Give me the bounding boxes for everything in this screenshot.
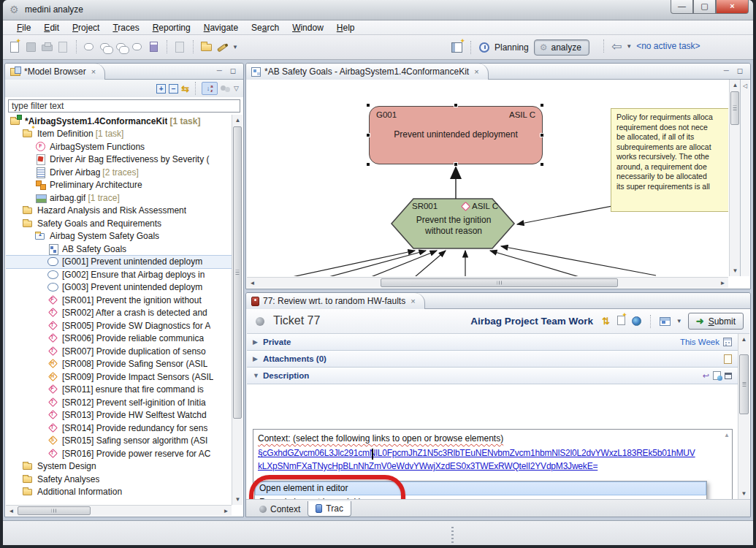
close-button[interactable]: × [716,0,749,14]
scroll-right-icon[interactable]: ► [221,506,232,517]
planning-perspective-label[interactable]: Planning [495,42,529,53]
tree-item[interactable]: Safety Goals and Requirements [6,217,232,230]
menu-item-traces[interactable]: Traces [106,23,145,33]
review-icon[interactable] [131,41,144,53]
chevron-down-icon[interactable]: ▼ [676,318,682,324]
new-page-icon[interactable] [616,315,626,327]
canvas-horizontal-scrollbar[interactable]: ◄ ► [247,277,728,288]
scrollbar-thumb[interactable] [233,126,242,419]
selection-handle[interactable] [454,162,458,167]
goal-node-g001[interactable]: G001 ASIL C Prevent unintended deploymen… [369,106,543,164]
tree-item[interactable]: [G001] Prevent unintended deploym [6,256,232,269]
attachment-page-icon[interactable] [724,354,732,364]
scroll-right-icon[interactable]: ► [717,278,728,289]
tree-item[interactable]: T[SR013] Provide HW Selftest Watchd [6,409,232,422]
tab-trac[interactable]: Trac [308,501,351,517]
tree-item[interactable]: Preliminary Architecture [6,179,232,192]
tab-context[interactable]: Context [252,501,308,517]
menu-item-navigate[interactable]: Navigate [197,23,245,33]
comment-icon[interactable] [83,41,96,53]
tree-item[interactable]: AB Safety Goals [6,243,232,256]
tree-item[interactable]: Driver Airbag [2 traces] [6,166,232,179]
collapsed-arrow-icon[interactable]: ▶ [253,355,263,362]
revert-icon[interactable]: ↩ [703,371,709,381]
scroll-up-icon[interactable]: ▲ [730,80,741,91]
selection-handle[interactable] [540,103,544,107]
tree-item[interactable]: Safety Analyses [6,473,232,486]
this-week-link[interactable]: This Week [680,338,719,346]
save-icon[interactable] [25,41,37,53]
scrollbar-thumb[interactable] [18,506,91,515]
submit-button[interactable]: ➜ Submit [688,313,744,330]
description-editor[interactable]: Context: (select the following links to … [253,429,733,499]
selection-handle[interactable] [366,133,370,137]
active-task-label[interactable]: <no active task> [636,41,700,51]
menu-item-edit[interactable]: Edit [37,23,66,33]
scroll-up-icon[interactable]: ▲ [232,115,243,126]
tree-item[interactable]: T[SR005] Provide SW Diagnostics for A [6,319,232,332]
menu-item-search[interactable]: Search [245,23,286,33]
canvas-vertical-scrollbar[interactable]: ▲ ▼ [729,80,740,276]
tab-model-browser[interactable]: *Model Browser × [5,64,105,80]
tree-item[interactable]: F[SR001] Prevent the ignition without [6,294,232,307]
section-description[interactable]: ▼ Description ↩ [247,368,738,384]
selection-handle[interactable] [366,103,370,107]
scrollbar-thumb[interactable] [739,354,749,414]
menu-item-project[interactable]: Project [66,23,106,33]
tree-item[interactable]: Additional Information [6,486,232,499]
selection-handle[interactable] [454,103,458,107]
analyze-perspective-button[interactable]: ⚙ analyze [534,39,589,56]
report-icon[interactable] [57,41,69,53]
context-menu-item[interactable]: Open element in editor [255,482,706,495]
scroll-left-icon[interactable]: ◄ [6,506,17,517]
menu-item-window[interactable]: Window [286,23,330,33]
chevron-down-icon[interactable]: ▼ [232,44,238,50]
element-link-line2[interactable]: kLXpSNmFXaTNycHpBLnNhZmV0eWdvYWwjXzdES0x… [258,461,597,471]
tree-item[interactable]: [G002] Ensure that Airbag deploys in [6,268,232,281]
scrollbar-thumb[interactable] [730,91,739,125]
scrollbar-thumb[interactable] [381,278,618,287]
collapsed-arrow-icon[interactable]: ▶ [253,338,263,346]
menu-item-file[interactable]: File [10,23,37,33]
highlighter-icon[interactable] [216,41,229,53]
tree-item[interactable]: Item Definition [1 task] [6,128,232,141]
menu-item-reporting[interactable]: Reporting [146,23,197,33]
tree-item[interactable]: Driver Air Bag Effectiveness by Severity… [6,153,232,167]
selection-handle[interactable] [540,162,544,167]
view-menu-icon[interactable]: ▽ [234,85,239,92]
scroll-down-icon[interactable]: ▼ [738,488,749,499]
sort-az-icon[interactable]: ↓az [202,82,218,95]
scroll-up-icon[interactable]: ▲ [724,432,730,438]
context-menu-item[interactable]: Reveal element in model browser [255,495,706,499]
view-minimize-maximize[interactable]: ─ ◻ [724,66,746,75]
view-minimize-maximize[interactable]: ─ ◻ [217,66,239,75]
chevron-down-icon[interactable]: ▼ [626,43,632,50]
checklist-icon[interactable] [174,41,186,53]
tree-item[interactable]: T[SR002] After a crash is detected and [6,307,232,320]
open-folder-icon[interactable] [200,41,213,53]
maximize-section-icon[interactable] [725,373,732,379]
table-view-icon[interactable] [660,317,671,326]
scroll-down-icon[interactable]: ▼ [232,494,243,505]
print-icon[interactable] [41,41,53,53]
tree-vertical-scrollbar[interactable]: ▲ ▼ [232,115,243,505]
tree-item[interactable]: [G003] Prevent unintended deploym [6,281,232,294]
selection-handle[interactable] [540,133,544,137]
browser-preview-icon[interactable] [713,371,721,380]
section-private[interactable]: ▶ Private This Week [247,334,738,351]
tree-item[interactable]: T[SR016] Provide power reserve for AC [6,447,232,460]
tree-item[interactable]: T[SR007] Provide duplication of senso [6,345,232,358]
comments-icon[interactable] [99,41,112,53]
chat-icon[interactable] [115,41,128,53]
tree-item[interactable]: *AirbagSystem1.4ConformanceKit [1 task] [6,115,232,128]
expanded-arrow-icon[interactable]: ▼ [253,372,263,379]
menu-item-help[interactable]: Help [330,23,362,33]
tree-horizontal-scrollbar[interactable]: ◄ ► [6,505,232,516]
tree-item[interactable]: Hazard Analysis and Risk Assessment [6,205,232,218]
close-icon[interactable]: × [474,67,478,76]
minimize-button[interactable]: — [671,0,693,14]
selection-handle[interactable] [366,162,370,167]
filter-input[interactable]: type filter text [8,99,240,113]
planning-perspective-icon[interactable] [479,42,489,53]
sync-icon[interactable]: ⇆ [181,83,189,94]
